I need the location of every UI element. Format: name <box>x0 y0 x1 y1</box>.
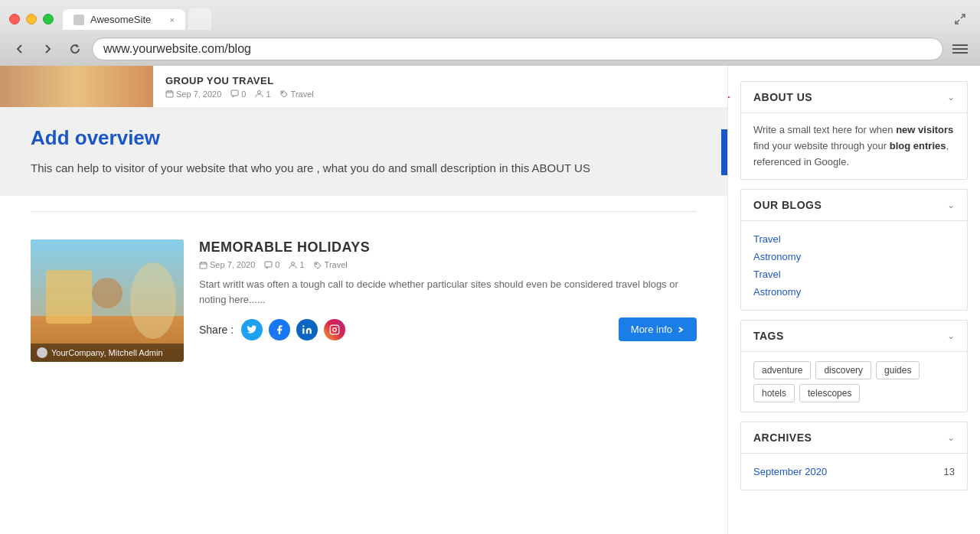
tags-body: adventure discovery guides hotels telesc… <box>741 352 967 412</box>
blog-link-astronomy-2[interactable]: Astronomy <box>753 283 955 301</box>
fullscreen-button[interactable] <box>949 8 971 30</box>
blog-link-travel-1[interactable]: Travel <box>753 230 955 248</box>
top-post-meta-icons: Sep 7, 2020 0 1 Travel <box>165 90 314 99</box>
top-post-comments: 0 <box>230 90 246 99</box>
svg-rect-15 <box>200 262 207 269</box>
section-divider <box>31 211 697 212</box>
archives-chevron-icon: ⌄ <box>947 432 955 443</box>
svg-point-12 <box>130 262 176 339</box>
overview-section: Add overview This can help to visitor of… <box>0 108 727 196</box>
top-post-category: Travel <box>280 90 314 99</box>
svg-rect-19 <box>265 262 272 267</box>
blog-post-card: YourCompany, Mitchell Admin MEMORABLE HO… <box>0 227 727 374</box>
archive-link-sep2020[interactable]: September 2020 <box>753 466 827 477</box>
red-arrow-icon <box>727 86 733 109</box>
forward-button[interactable] <box>37 38 58 60</box>
about-us-section: ABOUT US ⌄ Write a small text here for w… <box>740 81 968 180</box>
top-post-image <box>0 66 153 108</box>
svg-point-9 <box>282 92 283 93</box>
share-label: Share : <box>199 324 234 336</box>
tag-discovery[interactable]: discovery <box>815 361 871 379</box>
blog-post-category: Travel <box>314 260 348 269</box>
our-blogs-title: OUR BLOGS <box>753 199 822 211</box>
new-tab-button[interactable] <box>188 8 211 30</box>
main-area: GROUP YOU TRAVEL Sep 7, 2020 0 1 <box>0 66 727 534</box>
blog-post-users: 1 <box>289 260 304 269</box>
tab-close-button[interactable]: × <box>170 15 175 24</box>
about-us-chevron-icon: ⌄ <box>947 92 955 103</box>
close-window-button[interactable] <box>9 14 20 24</box>
blog-post-excerpt: Start writIt was often a tough call to d… <box>199 277 697 307</box>
nav-bar: www.yourwebsite.com/blog <box>0 32 980 66</box>
title-bar: AwesomeSite × <box>0 0 980 32</box>
our-blogs-header[interactable]: OUR BLOGS ⌄ <box>741 190 967 221</box>
blog-post-caption: YourCompany, Mitchell Admin <box>31 344 184 362</box>
tags-title: TAGS <box>753 330 784 342</box>
svg-point-14 <box>92 278 122 308</box>
top-post-users: 1 <box>255 90 270 99</box>
about-us-text: Write a small text here for when new vis… <box>753 122 955 170</box>
blog-link-travel-2[interactable]: Travel <box>753 265 955 283</box>
overview-accent-bar <box>721 129 727 175</box>
instagram-icon[interactable] <box>324 319 345 340</box>
our-blogs-section: OUR BLOGS ⌄ Travel Astronomy Travel Astr… <box>740 189 968 311</box>
svg-point-8 <box>258 91 261 94</box>
our-blogs-chevron-icon: ⌄ <box>947 200 955 210</box>
archives-section: ARCHIVES ⌄ September 2020 13 <box>740 422 968 490</box>
svg-point-21 <box>315 263 317 265</box>
caption-text: YourCompany, Mitchell Admin <box>51 348 163 357</box>
more-info-button[interactable]: More info <box>619 317 697 341</box>
svg-rect-3 <box>166 91 173 97</box>
svg-point-24 <box>333 327 337 331</box>
minimize-window-button[interactable] <box>26 14 37 24</box>
tag-guides[interactable]: guides <box>876 361 920 379</box>
svg-rect-23 <box>330 325 339 334</box>
svg-rect-0 <box>75 16 83 24</box>
svg-rect-7 <box>231 90 238 96</box>
svg-rect-13 <box>46 270 92 324</box>
caption-avatar <box>37 347 47 358</box>
twitter-icon[interactable] <box>241 319 263 340</box>
tags-chevron-icon: ⌄ <box>947 330 955 341</box>
archives-header[interactable]: ARCHIVES ⌄ <box>741 422 967 454</box>
address-bar[interactable]: www.yourwebsite.com/blog <box>92 37 943 60</box>
tags-header[interactable]: TAGS ⌄ <box>741 321 967 352</box>
top-post-meta: GROUP YOU TRAVEL Sep 7, 2020 0 1 <box>153 69 326 105</box>
reload-button[interactable] <box>64 38 86 60</box>
browser-chrome: AwesomeSite × <box>0 0 980 66</box>
social-icons <box>241 319 345 340</box>
svg-point-20 <box>292 262 295 265</box>
share-row: Share : <box>199 317 697 341</box>
archives-title: ARCHIVES <box>753 431 812 444</box>
top-post-title: GROUP YOU TRAVEL <box>165 75 314 86</box>
active-tab[interactable]: AwesomeSite × <box>63 9 185 30</box>
back-button[interactable] <box>9 38 31 60</box>
archives-body: September 2020 13 <box>741 454 967 490</box>
blog-post-image: YourCompany, Mitchell Admin <box>31 239 184 362</box>
page-content: GROUP YOU TRAVEL Sep 7, 2020 0 1 <box>0 66 980 534</box>
top-post-date: Sep 7, 2020 <box>165 90 221 99</box>
linkedin-icon[interactable] <box>296 319 318 340</box>
tab-area: AwesomeSite × <box>63 8 949 30</box>
browser-menu-button[interactable] <box>949 38 971 60</box>
overview-description: This can help to visitor of your website… <box>31 159 697 177</box>
tag-adventure[interactable]: adventure <box>753 361 811 379</box>
about-us-body: Write a small text here for when new vis… <box>741 113 967 179</box>
tag-telescopes[interactable]: telescopes <box>799 384 860 402</box>
maximize-window-button[interactable] <box>43 14 54 24</box>
tag-hotels[interactable]: hotels <box>753 384 795 402</box>
svg-point-25 <box>337 327 338 327</box>
archive-item-sep2020: September 2020 13 <box>753 463 955 480</box>
tab-title: AwesomeSite <box>90 14 151 25</box>
blog-link-astronomy-1[interactable]: Astronomy <box>753 248 955 265</box>
tags-section: TAGS ⌄ adventure discovery guides hotels… <box>740 320 968 412</box>
our-blogs-body: Travel Astronomy Travel Astronomy <box>741 221 967 310</box>
about-us-header[interactable]: ABOUT US ⌄ <box>741 82 967 113</box>
archive-count-sep2020: 13 <box>944 466 955 477</box>
facebook-icon[interactable] <box>269 319 290 340</box>
traffic-lights <box>9 14 54 24</box>
blog-post-content-area: MEMORABLE HOLIDAYS Sep 7, 2020 0 1 <box>199 239 697 341</box>
blog-post-comments: 0 <box>264 260 279 269</box>
tags-container: adventure discovery guides hotels telesc… <box>753 361 955 402</box>
overview-title: Add overview <box>31 126 697 150</box>
